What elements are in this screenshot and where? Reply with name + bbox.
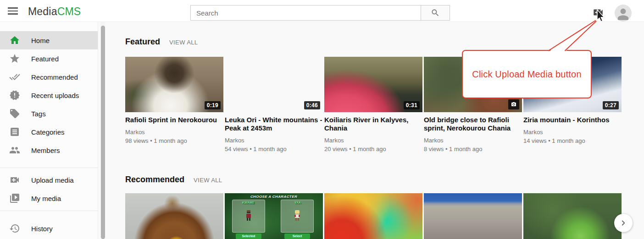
media-title[interactable]: Leuka Ori - White mountains - Peak at 24… (225, 116, 323, 132)
duration-badge: 0:31 (404, 101, 420, 109)
sidebar-divider (0, 211, 98, 211)
media-card: CHOOSE A CHARACTER KWAME YAA Selected Se… (225, 193, 323, 239)
media-title[interactable]: Old bridge close to Rafioli sprint, Nero… (424, 116, 522, 132)
media-card (424, 193, 522, 239)
video-call-icon (9, 174, 20, 185)
logo-media: Media (28, 5, 57, 17)
video-thumbnail[interactable] (523, 193, 622, 239)
history-icon (9, 223, 20, 234)
media-title[interactable]: Ziria mountain - Korinthos (523, 116, 622, 124)
duration-badge: 0:27 (603, 101, 619, 109)
media-author[interactable]: Markos (125, 129, 223, 136)
media-card: 0:19 Rafioli Sprint in Nerokourou Markos… (125, 57, 223, 152)
sidebar: Home Featured Recommended Recent uploads… (0, 22, 98, 239)
sidebar-item-label: Tags (31, 110, 46, 118)
sidebar-item-home[interactable]: Home (0, 31, 98, 49)
sidebar-secondary-nav: Upload media My media (0, 171, 98, 207)
sidebar-item-label: Members (31, 147, 60, 154)
camera-icon (508, 99, 519, 109)
section-title-recommended: Recommended (125, 175, 184, 185)
sidebar-item-history[interactable]: History (0, 219, 98, 238)
sidebar-item-label: Categories (31, 128, 65, 136)
media-title[interactable]: Rafioli Sprint in Nerokourou (125, 116, 223, 124)
media-card (324, 193, 422, 239)
mediacms-logo[interactable]: MediaCMS (28, 5, 81, 18)
recommended-cards-row: CHOOSE A CHARACTER KWAME YAA Selected Se… (125, 193, 622, 239)
media-card (125, 193, 223, 239)
sidebar-primary-nav: Home Featured Recommended Recent uploads… (0, 31, 98, 159)
video-thumbnail[interactable] (125, 193, 223, 239)
sidebar-item-upload-media[interactable]: Upload media (0, 171, 98, 189)
logo-cms: CMS (57, 5, 81, 17)
sidebar-item-label: Featured (31, 55, 59, 63)
home-icon (9, 35, 20, 46)
sidebar-item-my-media[interactable]: My media (0, 189, 98, 207)
media-meta: 98 views • 1 month ago (125, 137, 223, 144)
sidebar-item-categories[interactable]: Categories (0, 123, 98, 141)
sidebar-tertiary-nav: History (0, 219, 98, 238)
media-meta: 8 views • 1 month ago (424, 146, 522, 152)
media-card (523, 193, 622, 239)
sidebar-item-recent-uploads[interactable]: Recent uploads (0, 86, 98, 104)
recommended-view-all-link[interactable]: VIEW ALL (194, 177, 222, 184)
search-input[interactable] (190, 5, 421, 21)
video-thumbnail[interactable]: 0:19 (125, 57, 223, 112)
media-title[interactable]: Koiliaris River in Kalyves, Chania (324, 116, 422, 132)
search-button[interactable] (421, 5, 450, 21)
character-sprite (245, 210, 252, 222)
page-scrollbar[interactable] (100, 22, 105, 239)
new-releases-icon (9, 90, 20, 101)
sidebar-item-label: Recommended (31, 73, 78, 81)
search-bar (190, 5, 450, 21)
sidebar-item-recommended[interactable]: Recommended (0, 68, 98, 86)
media-meta: 14 views • 1 month ago (523, 137, 622, 144)
video-library-icon (9, 193, 20, 204)
sidebar-item-label: History (31, 225, 53, 233)
thumbnail-overlay-button: Select (284, 234, 310, 239)
user-avatar[interactable] (615, 5, 632, 22)
featured-view-all-link[interactable]: VIEW ALL (169, 39, 198, 46)
video-thumbnail[interactable] (424, 193, 522, 239)
video-thumbnail[interactable] (324, 193, 422, 239)
thumbnail-overlay-text: KWAME (242, 201, 255, 204)
hamburger-menu-icon[interactable] (7, 5, 19, 16)
sidebar-item-label: Home (31, 37, 50, 44)
recommended-section-header: Recommended VIEW ALL (125, 175, 222, 185)
sidebar-item-label: Upload media (31, 176, 74, 184)
star-icon (9, 53, 20, 64)
video-thumbnail[interactable]: 0:46 (225, 57, 323, 112)
section-title-featured: Featured (125, 37, 160, 47)
search-icon (431, 8, 440, 17)
scrollbar-thumb[interactable] (101, 26, 105, 239)
upload-media-icon[interactable] (592, 6, 604, 18)
done-all-icon (9, 71, 20, 82)
media-card: 0:46 Leuka Ori - White mountains - Peak … (225, 57, 323, 152)
annotation-callout: Click Upload Media button (462, 50, 592, 98)
thumbnail-overlay-button: Selected (236, 234, 261, 239)
video-thumbnail[interactable]: 0:31 (324, 57, 422, 112)
sidebar-item-members[interactable]: Members (0, 141, 98, 159)
sidebar-item-featured[interactable]: Featured (0, 49, 98, 68)
chevron-right-icon (619, 219, 627, 227)
duration-badge: 0:19 (205, 101, 221, 109)
top-bar: MediaCMS (0, 0, 644, 22)
media-author[interactable]: Markos (324, 137, 422, 144)
featured-section-header: Featured VIEW ALL (125, 37, 198, 47)
sidebar-item-tags[interactable]: Tags (0, 104, 98, 123)
mediacms-page: MediaCMS Home Featured Re (0, 0, 644, 239)
thumbnail-overlay-text: YAA (294, 201, 301, 204)
media-meta: 20 views • 1 month ago (324, 146, 422, 152)
sidebar-item-label: Recent uploads (31, 92, 79, 99)
media-author[interactable]: Markos (424, 137, 522, 144)
media-author[interactable]: Markos (523, 129, 622, 136)
video-thumbnail[interactable]: CHOOSE A CHARACTER KWAME YAA Selected Se… (225, 193, 323, 239)
media-author[interactable]: Markos (225, 137, 323, 144)
sidebar-item-label: My media (31, 195, 61, 202)
thumbnail-overlay-text: CHOOSE A CHARACTER (225, 195, 323, 199)
next-page-button[interactable] (614, 214, 633, 232)
character-sprite (294, 210, 301, 222)
duration-badge: 0:46 (304, 101, 320, 109)
categories-icon (9, 126, 20, 137)
media-meta: 54 views • 1 month ago (225, 146, 323, 152)
media-card: 0:31 Koiliaris River in Kalyves, Chania … (324, 57, 422, 152)
